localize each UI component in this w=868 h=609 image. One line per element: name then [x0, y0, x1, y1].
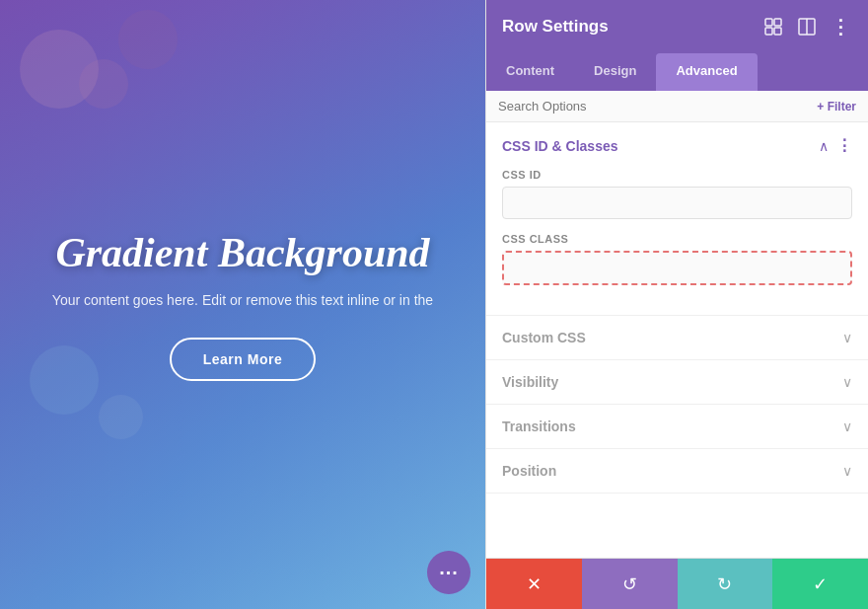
panel-body: CSS ID & Classes ∧ ⋮ CSS ID CSS Class: [486, 122, 868, 558]
header-icons: ⋮: [761, 15, 852, 38]
search-input[interactable]: [498, 99, 817, 114]
section-transitions: Transitions ∨: [486, 405, 868, 449]
section-title-position: Position: [502, 463, 556, 479]
field-group-css-id: CSS ID: [502, 169, 852, 219]
redo-button[interactable]: ↻: [678, 559, 773, 609]
chevron-down-icon-custom-css[interactable]: ∨: [842, 330, 852, 345]
more-vert-icon[interactable]: ⋮: [829, 15, 852, 38]
section-title-visibility: Visibility: [502, 374, 558, 390]
section-header-visibility[interactable]: Visibility ∨: [486, 360, 868, 404]
section-content-css-id-classes: CSS ID CSS Class: [486, 169, 868, 315]
svg-rect-2: [765, 28, 772, 35]
preview-title: Gradient Background: [52, 229, 433, 276]
section-css-id-classes: CSS ID & Classes ∧ ⋮ CSS ID CSS Class: [486, 122, 868, 316]
chevron-down-icon-visibility[interactable]: ∨: [842, 374, 852, 390]
svg-rect-1: [774, 19, 781, 26]
search-bar: + Filter: [486, 91, 868, 122]
section-header-position[interactable]: Position ∨: [486, 449, 868, 493]
footer-toolbar: ✕ ↺ ↻ ✓: [486, 558, 868, 609]
preview-content: Gradient Background Your content goes he…: [33, 209, 453, 401]
preview-panel: Gradient Background Your content goes he…: [0, 0, 485, 609]
section-position: Position ∨: [486, 449, 868, 494]
section-title-transitions: Transitions: [502, 419, 576, 434]
section-icons-css: ∧ ⋮: [819, 136, 852, 155]
css-id-label: CSS ID: [502, 169, 852, 181]
tabs-bar: Content Design Advanced: [486, 53, 868, 91]
tab-design[interactable]: Design: [574, 53, 656, 91]
chevron-down-icon-transitions[interactable]: ∨: [842, 419, 852, 434]
collapse-icon-css[interactable]: ∧: [819, 138, 829, 154]
learn-more-button[interactable]: Learn More: [170, 338, 316, 381]
preview-subtitle: Your content goes here. Edit or remove t…: [52, 292, 433, 308]
fab-button[interactable]: ···: [427, 551, 470, 594]
expand-icon[interactable]: [761, 15, 785, 38]
section-header-custom-css[interactable]: Custom CSS ∨: [486, 316, 868, 359]
field-group-css-class: CSS Class: [502, 233, 852, 285]
filter-button[interactable]: + Filter: [817, 100, 856, 114]
settings-panel: Row Settings ⋮ Content Design Ad: [485, 0, 868, 609]
svg-rect-3: [774, 28, 781, 35]
css-class-input[interactable]: [502, 251, 852, 285]
tab-content[interactable]: Content: [486, 53, 574, 91]
css-id-input[interactable]: [502, 187, 852, 219]
section-custom-css: Custom CSS ∨: [486, 316, 868, 360]
section-header-css-id-classes[interactable]: CSS ID & Classes ∧ ⋮: [486, 122, 868, 169]
panel-header: Row Settings ⋮: [486, 0, 868, 53]
css-class-label: CSS Class: [502, 233, 852, 245]
section-title-custom-css: Custom CSS: [502, 330, 586, 345]
confirm-button[interactable]: ✓: [772, 559, 868, 609]
svg-rect-0: [765, 19, 772, 26]
more-icon-css[interactable]: ⋮: [836, 136, 852, 155]
tab-advanced[interactable]: Advanced: [656, 53, 757, 91]
layout-icon[interactable]: [795, 15, 819, 38]
section-header-transitions[interactable]: Transitions ∨: [486, 405, 868, 448]
chevron-down-icon-position[interactable]: ∨: [842, 463, 852, 479]
section-title-css-id-classes: CSS ID & Classes: [502, 138, 618, 154]
panel-title: Row Settings: [502, 17, 609, 37]
cancel-button[interactable]: ✕: [486, 559, 582, 609]
section-visibility: Visibility ∨: [486, 360, 868, 405]
undo-button[interactable]: ↺: [582, 559, 678, 609]
